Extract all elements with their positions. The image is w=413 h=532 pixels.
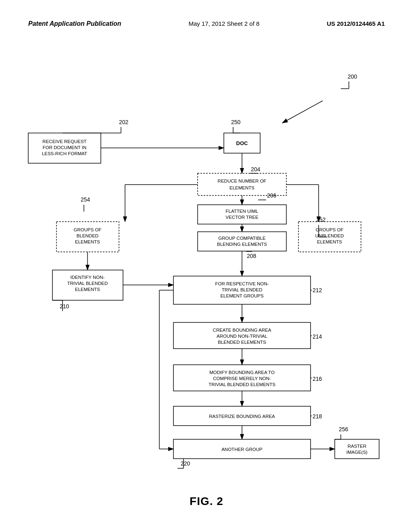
- svg-text:RASTERIZE BOUNDING AREA: RASTERIZE BOUNDING AREA: [209, 414, 275, 419]
- raster-images-box: [335, 439, 379, 459]
- label-218: 218: [313, 413, 322, 420]
- svg-text:REDUCE NUMBER OF: REDUCE NUMBER OF: [218, 179, 267, 183]
- svg-text:VECTOR TREE: VECTOR TREE: [225, 215, 259, 220]
- svg-text:LESS-RICH FORMAT: LESS-RICH FORMAT: [42, 151, 87, 156]
- svg-text:BLENDED: BLENDED: [77, 233, 98, 238]
- svg-text:TRIVIAL BLENDED: TRIVIAL BLENDED: [222, 287, 263, 292]
- svg-text:FOR DOCUMENT IN: FOR DOCUMENT IN: [43, 145, 86, 150]
- svg-text:TRIVIAL BLENDED: TRIVIAL BLENDED: [67, 281, 108, 286]
- svg-text:TRIVIAL BLENDED ELEMENTS: TRIVIAL BLENDED ELEMENTS: [209, 382, 275, 387]
- header-publication-type: Patent Application Publication: [28, 20, 121, 27]
- label-254: 254: [81, 196, 90, 203]
- header-patent-number: US 2012/0124465 A1: [327, 20, 385, 27]
- svg-text:FLATTEN UIML: FLATTEN UIML: [226, 209, 259, 214]
- svg-text:UNBLENDED: UNBLENDED: [315, 233, 344, 238]
- svg-text:ELEMENT GROUPS: ELEMENT GROUPS: [220, 293, 263, 298]
- flowchart-svg: 200 202 RECEIVE REQUEST FOR DOCUMENT IN …: [0, 52, 413, 516]
- svg-text:IMAGE(S): IMAGE(S): [346, 450, 368, 455]
- svg-text:ANOTHER GROUP: ANOTHER GROUP: [221, 447, 263, 452]
- svg-text:FOR RESPECTIVE NON-: FOR RESPECTIVE NON-: [215, 281, 269, 286]
- svg-text:RASTER: RASTER: [348, 444, 367, 449]
- svg-text:GROUP COMPATIBLE: GROUP COMPATIBLE: [218, 236, 266, 241]
- svg-text:BLENDING ELEMENTS: BLENDING ELEMENTS: [217, 242, 267, 247]
- label-220: 220: [181, 460, 190, 467]
- flatten-box: [198, 205, 286, 224]
- label-214: 214: [313, 333, 322, 340]
- label-208: 208: [247, 253, 257, 259]
- page-header: Patent Application Publication May 17, 2…: [0, 0, 413, 27]
- page: Patent Application Publication May 17, 2…: [0, 0, 413, 532]
- svg-text:ELEMENTS: ELEMENTS: [229, 185, 254, 190]
- svg-text:ELEMENTS: ELEMENTS: [75, 287, 100, 292]
- label-206: 206: [267, 192, 277, 199]
- svg-line-3: [282, 101, 323, 123]
- svg-text:COMPRISE MERELY NON-: COMPRISE MERELY NON-: [213, 376, 271, 381]
- diagram-area: 200 202 RECEIVE REQUEST FOR DOCUMENT IN …: [0, 52, 413, 516]
- figure-caption: FIG. 2: [190, 495, 223, 508]
- svg-text:MODIFY BOUNDING AREA TO: MODIFY BOUNDING AREA TO: [209, 370, 275, 375]
- label-216: 216: [313, 376, 322, 382]
- label-212: 212: [313, 287, 322, 293]
- svg-text:ELEMENTS: ELEMENTS: [75, 239, 100, 244]
- label-200: 200: [348, 73, 357, 80]
- label-250: 250: [231, 119, 241, 125]
- label-210: 210: [60, 303, 69, 310]
- label-256: 256: [339, 426, 348, 432]
- svg-text:GROUPS OF: GROUPS OF: [73, 227, 101, 232]
- header-date-sheet: May 17, 2012 Sheet 2 of 8: [188, 20, 259, 27]
- svg-text:DOC: DOC: [236, 140, 248, 146]
- svg-text:GROUPS OF: GROUPS OF: [315, 227, 343, 232]
- label-202: 202: [119, 119, 129, 125]
- svg-text:CREATE BOUNDING AREA: CREATE BOUNDING AREA: [213, 328, 271, 332]
- svg-text:BLENDED ELEMENTS: BLENDED ELEMENTS: [218, 340, 266, 345]
- label-204: 204: [251, 166, 261, 172]
- svg-text:IDENTIFY NON-: IDENTIFY NON-: [71, 275, 105, 280]
- svg-text:RECEIVE REQUEST: RECEIVE REQUEST: [42, 139, 86, 144]
- group-compatible-box: [198, 232, 286, 251]
- svg-text:ELEMENTS: ELEMENTS: [317, 239, 342, 244]
- svg-text:AROUND NON-TRIVIAL: AROUND NON-TRIVIAL: [217, 334, 267, 339]
